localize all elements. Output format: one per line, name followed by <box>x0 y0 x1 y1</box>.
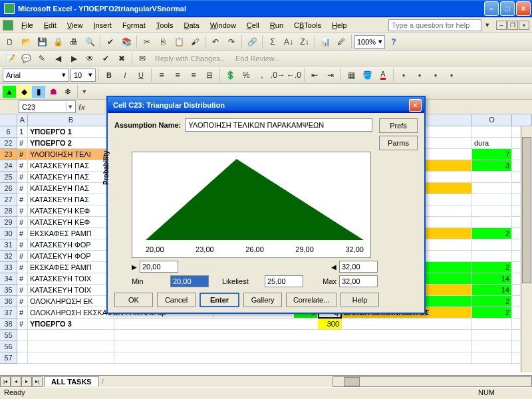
row-header[interactable]: 35 <box>0 285 17 296</box>
send-mail-icon[interactable]: ✉ <box>135 51 150 66</box>
font-size-combo[interactable]: 10▾ <box>70 68 96 82</box>
copy-icon[interactable]: ⎘ <box>156 35 170 49</box>
row-header[interactable]: 55 <box>0 330 17 341</box>
row-header[interactable]: 24 <box>0 160 17 172</box>
mdi-minimize-button[interactable]: – <box>496 21 507 30</box>
row-header[interactable]: 27 <box>0 194 17 205</box>
enter-button[interactable]: Enter <box>200 293 239 307</box>
prev-comment-icon[interactable]: ◀ <box>51 51 65 66</box>
open-icon[interactable]: 📂 <box>19 35 33 49</box>
comment-icon[interactable]: 💬 <box>19 51 33 66</box>
permission-icon[interactable]: 🔒 <box>51 35 65 49</box>
cut-icon[interactable]: ✂ <box>140 35 154 49</box>
table-row[interactable]: 55 <box>0 330 532 341</box>
right-grabber-icon[interactable]: ◀ <box>331 263 336 271</box>
mdi-close-button[interactable]: × <box>519 21 529 30</box>
row-header[interactable]: 28 <box>0 205 17 217</box>
print-preview-icon[interactable]: 🔍 <box>82 35 97 49</box>
sort-desc-icon[interactable]: Z↓ <box>297 35 312 49</box>
borders-icon[interactable]: ▦ <box>344 68 358 82</box>
align-center-icon[interactable]: ≡ <box>170 68 185 82</box>
sheet-tab-alltasks[interactable]: ALL TASKS <box>44 376 99 386</box>
gallery-button[interactable]: Gallery <box>243 293 282 307</box>
assumption-name-input[interactable] <box>185 118 372 132</box>
show-all-icon[interactable]: 👁 <box>82 51 97 66</box>
menu-help[interactable]: Help <box>327 20 352 31</box>
correlate-button[interactable]: Correlate... <box>286 293 336 307</box>
maximize-button[interactable]: □ <box>500 1 515 16</box>
dialog-close-icon[interactable]: × <box>409 99 422 112</box>
increase-decimal-icon[interactable]: .0→ <box>271 68 285 82</box>
decrease-indent-icon[interactable]: ⇤ <box>307 68 322 82</box>
col-header-b[interactable]: B <box>28 114 114 126</box>
hyperlink-icon[interactable]: 🔗 <box>245 35 259 49</box>
col-header-a[interactable]: A <box>17 114 28 126</box>
save-icon[interactable]: 💾 <box>35 35 49 49</box>
row-header[interactable]: 36 <box>0 296 17 307</box>
research-icon[interactable]: 📚 <box>119 35 134 49</box>
spelling-icon[interactable]: ✔ <box>103 35 118 49</box>
last-sheet-icon[interactable]: ▸| <box>32 376 43 387</box>
fx-icon[interactable]: fx <box>78 103 85 111</box>
row-header[interactable]: 57 <box>0 352 17 364</box>
next-comment-icon[interactable]: ▶ <box>66 51 81 66</box>
next-sheet-icon[interactable]: ▸ <box>21 376 32 387</box>
cb-select-icon[interactable]: ☗ <box>47 86 60 98</box>
menu-cell[interactable]: Cell <box>241 20 265 31</box>
cb-dropdown-icon[interactable]: ▾ <box>80 87 88 96</box>
cb-freeze-icon[interactable]: ❄ <box>61 86 74 98</box>
zoom-combo[interactable]: 100%▾ <box>354 35 385 49</box>
help-button[interactable]: Help <box>340 293 379 307</box>
undo-icon[interactable]: ↶ <box>208 35 223 49</box>
redo-icon[interactable]: ↷ <box>224 35 239 49</box>
reject-icon[interactable]: ✖ <box>114 51 129 66</box>
fill-color-icon[interactable]: 🪣 <box>360 68 374 82</box>
decrease-decimal-icon[interactable]: ←.0 <box>287 68 301 82</box>
table-row[interactable]: 56 <box>0 341 532 352</box>
first-sheet-icon[interactable]: |◂ <box>0 376 11 387</box>
row-header[interactable]: 6 <box>0 126 17 138</box>
parms-button[interactable]: Parms <box>379 136 418 150</box>
currency-icon[interactable]: 💲 <box>223 68 237 82</box>
cb-define-decision-icon[interactable]: ◆ <box>17 86 31 98</box>
min-input[interactable] <box>170 275 209 287</box>
minimize-button[interactable]: – <box>484 1 499 16</box>
row-header[interactable]: 38 <box>0 319 17 330</box>
show-changes-icon[interactable]: 📝 <box>3 51 17 66</box>
misc4-icon[interactable]: ▪ <box>444 68 459 82</box>
close-button[interactable]: × <box>516 1 531 16</box>
edit-comment-icon[interactable]: ✎ <box>35 51 49 66</box>
comma-icon[interactable]: , <box>255 68 269 82</box>
menu-tools[interactable]: Tools <box>151 20 179 31</box>
menu-view[interactable]: View <box>62 20 88 31</box>
underline-icon[interactable]: U <box>134 68 148 82</box>
help-search-input[interactable] <box>388 19 481 31</box>
range-left-input[interactable] <box>140 261 178 273</box>
menu-run[interactable]: Run <box>265 20 289 31</box>
format-painter-icon[interactable]: 🖌 <box>188 35 202 49</box>
autosum-icon[interactable]: Σ <box>265 35 280 49</box>
sort-asc-icon[interactable]: A↓ <box>281 35 296 49</box>
new-icon[interactable]: 🗋 <box>3 35 17 49</box>
menu-file[interactable]: FFileile <box>16 20 39 31</box>
cb-define-forecast-icon[interactable]: ▮ <box>32 86 45 98</box>
row-header[interactable]: 30 <box>0 228 17 239</box>
table-row[interactable]: 38#ΥΠΟΕΡΓΟ 3300 <box>0 319 532 330</box>
cb-define-assumption-icon[interactable]: ▲ <box>3 86 16 98</box>
drawing-icon[interactable]: 🖉 <box>334 35 348 49</box>
help-icon[interactable]: ? <box>386 35 401 49</box>
italic-icon[interactable]: I <box>118 68 132 82</box>
row-header[interactable]: 56 <box>0 341 17 352</box>
row-header[interactable]: 29 <box>0 217 17 228</box>
row-header[interactable]: 31 <box>0 239 17 251</box>
row-header[interactable]: 26 <box>0 183 17 194</box>
menu-window[interactable]: Window <box>205 20 241 31</box>
row-header[interactable]: 33 <box>0 262 17 273</box>
accept-icon[interactable]: ✔ <box>98 51 113 66</box>
menu-data[interactable]: Data <box>178 20 204 31</box>
increase-indent-icon[interactable]: ⇥ <box>323 68 338 82</box>
row-header[interactable]: 22 <box>0 138 17 149</box>
menu-format[interactable]: Format <box>117 20 151 31</box>
print-icon[interactable]: 🖶 <box>66 35 81 49</box>
prev-sheet-icon[interactable]: ◂ <box>11 376 21 387</box>
